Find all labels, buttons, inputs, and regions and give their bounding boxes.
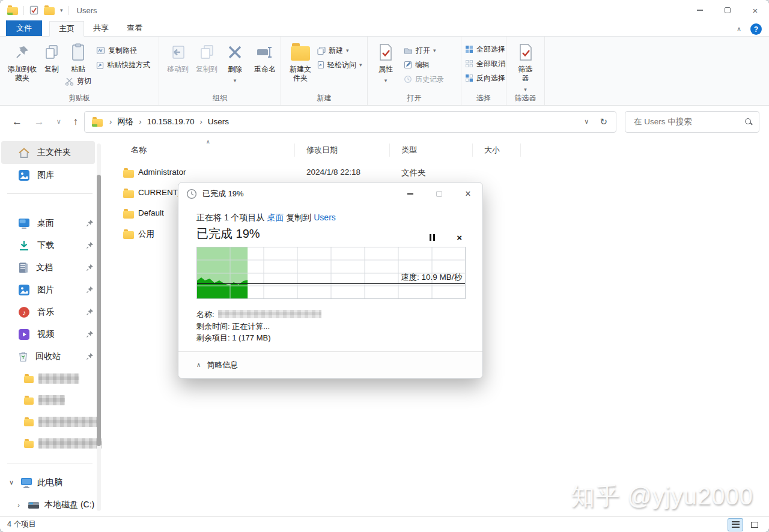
minimize-button[interactable] [686,0,714,20]
copy-path-button[interactable]: 复制路径 [96,43,150,58]
maximize-button[interactable] [714,0,741,20]
pin-icon[interactable] [86,308,94,316]
app-folder-icon [7,7,18,15]
source-link[interactable]: 桌面 [267,213,284,222]
forward-button[interactable]: → [34,116,44,128]
new-folder-quick-icon[interactable] [44,7,55,15]
status-bar: 4 个项目 [0,516,769,532]
thumbnail-view-icon [751,522,758,528]
sidebar-item-music[interactable]: ♪ 音乐 [0,301,108,323]
sidebar-item-videos[interactable]: 视频 [0,323,108,345]
breadcrumb-current[interactable]: Users [208,117,229,126]
details-view-button[interactable] [728,519,743,531]
sidebar-item-home[interactable]: 主文件夹 [1,141,95,164]
new-item-icon [317,46,326,55]
refresh-icon[interactable]: ↻ [600,116,607,127]
details-toggle[interactable]: ∧ 简略信息 [178,352,482,378]
sidebar-item-desktop[interactable]: 桌面 [0,212,108,234]
close-button[interactable]: × [741,0,769,20]
sidebar-item-blurred[interactable] [0,389,108,411]
select-all-button[interactable]: 全部选择 [465,42,505,56]
sidebar-scrollbar-thumb[interactable] [97,175,101,446]
destination-link[interactable]: Users [314,213,336,222]
group-label-open: 打开 [368,93,461,103]
copy-button[interactable]: 复制 [40,41,64,88]
sidebar-item-blurred[interactable] [0,367,108,389]
sidebar-item-local-disk-c[interactable]: › 本地磁盘 (C:) [0,494,108,516]
pin-icon[interactable] [86,264,94,271]
history-button[interactable]: 历史记录 [404,72,444,86]
title-bar: ▾ Users × [0,0,769,20]
pin-icon[interactable] [86,352,94,360]
cancel-copy-button[interactable]: × [457,234,462,241]
select-none-button[interactable]: 全部取消 [465,56,505,71]
new-item-button[interactable]: 新建 ▾ [317,43,362,58]
sidebar-item-documents[interactable]: 文档 [0,256,108,279]
properties-button[interactable]: 属性 ▾ [372,41,399,86]
paste-shortcut-button[interactable]: 粘贴快捷方式 [96,58,150,72]
sidebar-item-downloads[interactable]: 下载 [0,234,108,256]
ribbon-group-new: 新建文件夹 新建 ▾ 轻松访问 ▾ 新建 [281,37,368,105]
pin-icon[interactable] [86,286,94,294]
this-pc-icon [20,477,32,488]
ribbon-tab-bar: 文件 主页 共享 查看 ∧ ? [0,20,769,37]
tab-view[interactable]: 查看 [118,20,151,36]
breadcrumb-network[interactable]: 网络 [117,116,133,127]
sidebar-item-gallery[interactable]: 图库 [0,164,108,186]
easy-access-button[interactable]: 轻松访问 ▾ [317,58,362,72]
delete-button[interactable]: 删除 ▾ [222,41,248,85]
scissors-icon [65,77,74,86]
search-box[interactable] [625,111,759,133]
properties-quick-icon[interactable] [29,5,38,15]
expand-chevron-icon[interactable]: ∨ [7,479,16,486]
tab-share[interactable]: 共享 [84,20,118,36]
file-row[interactable]: Administrator 2024/1/8 22:18 文件夹 [108,163,769,183]
paste-button[interactable]: 粘贴 [64,41,93,74]
collapse-ribbon-icon[interactable]: ∧ [737,25,741,33]
edit-button[interactable]: 编辑 [404,58,444,72]
sidebar-item-pictures[interactable]: 图片 [0,279,108,301]
sidebar-item-blurred[interactable] [0,411,108,432]
recent-locations-icon[interactable]: ∨ [56,118,61,125]
pin-icon[interactable] [86,241,94,249]
sidebar-item-blurred[interactable] [0,432,108,454]
window-title: Users [77,6,97,15]
column-header-date[interactable]: 修改日期 [306,145,338,156]
new-folder-button[interactable]: 新建文件夹 [286,41,315,83]
tab-home[interactable]: 主页 [49,21,84,37]
move-to-button[interactable]: 移动到 [164,41,192,85]
sidebar-item-this-pc[interactable]: ∨ 此电脑 [0,471,108,494]
expand-chevron-icon[interactable]: › [14,501,23,509]
tab-file[interactable]: 文件 [6,20,42,36]
pin-icon[interactable] [86,219,94,227]
thumbnail-view-button[interactable] [747,519,762,531]
pin-icon[interactable] [86,330,94,338]
dialog-close-button[interactable]: × [454,183,482,205]
pause-button[interactable] [430,234,435,241]
open-button[interactable]: 打开 ▾ [404,43,444,58]
address-dropdown-icon[interactable]: ∨ [584,118,589,125]
qat-customize-icon[interactable]: ▾ [60,7,63,13]
rename-button[interactable]: 重命名 [249,41,281,85]
column-header-name[interactable]: 名称 [131,145,147,156]
breadcrumb-host[interactable]: 10.158.19.70 [147,117,195,126]
column-header-type[interactable]: 类型 [401,145,417,156]
address-bar[interactable]: › 网络 › 10.158.19.70 › Users ∨ ↻ [84,111,616,133]
cut-button[interactable]: 剪切 [65,74,93,88]
pin-to-quick-access-button[interactable]: 添加到收藏夹 [5,41,40,88]
dialog-minimize-button[interactable] [396,183,425,205]
dialog-maximize-button[interactable] [425,183,454,205]
up-button[interactable]: ↑ [73,116,79,128]
help-icon[interactable]: ? [750,23,762,35]
column-header-size[interactable]: 大小 [484,145,500,156]
filter-button[interactable]: 筛选器 ▾ [511,41,540,94]
sidebar-item-recycle-bin[interactable]: 回收站 [0,345,108,367]
back-button[interactable]: ← [12,116,22,128]
group-label-clipboard: 剪贴板 [0,93,159,103]
move-to-icon [169,44,186,60]
maximize-icon [725,7,731,13]
search-input[interactable] [633,116,744,127]
copy-to-button[interactable]: 复制到 [193,41,220,85]
redacted-label [38,438,102,449]
invert-selection-button[interactable]: 反向选择 [465,71,505,85]
